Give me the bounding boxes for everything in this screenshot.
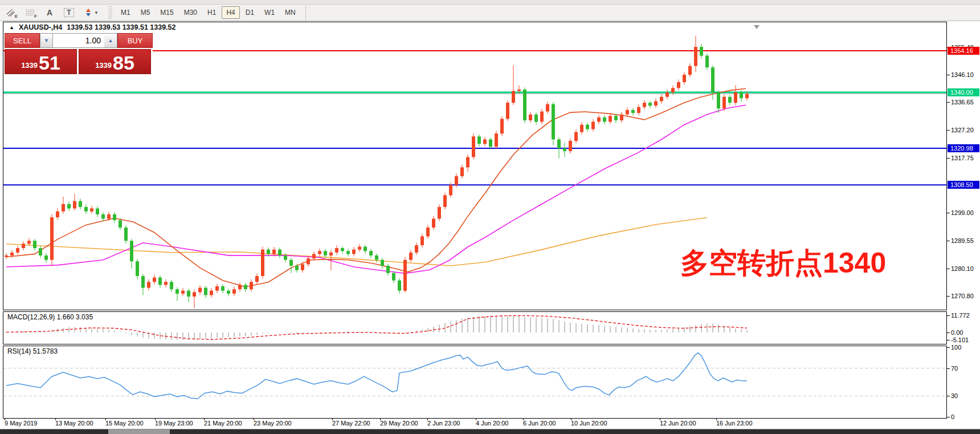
- price-tick: [947, 158, 950, 159]
- toolbar: E F A T ▼ M1M5M15M30H1H4D1W1MN: [0, 5, 980, 21]
- sell-button[interactable]: SELL: [5, 33, 40, 48]
- price-level-badge: 1320.98: [948, 144, 979, 152]
- ask-price-prefix: 1339: [95, 61, 112, 70]
- ask-price-big-digits: 85: [113, 53, 134, 72]
- fibonacci-icon[interactable]: F: [22, 6, 39, 19]
- price-level-badge: 1354.16: [948, 47, 979, 55]
- date-tick-label: 12 Jun 20:00: [660, 420, 696, 427]
- timeframe-m30-button[interactable]: M30: [179, 6, 202, 19]
- buy-button[interactable]: BUY: [117, 33, 153, 48]
- price-tick: [947, 75, 950, 75]
- timeframe-mn-button[interactable]: MN: [280, 6, 300, 19]
- timeframe-m15-button[interactable]: M15: [156, 6, 178, 19]
- toolbar-grip[interactable]: [108, 6, 112, 19]
- scrollbar-thumb[interactable]: [108, 429, 170, 434]
- fibo-lines-icon: [26, 7, 35, 18]
- price-tick-label: 1327.20: [951, 127, 974, 133]
- rsi-label: RSI(14) 51.5783: [7, 347, 58, 355]
- timeframe-w1-button[interactable]: W1: [260, 6, 279, 19]
- macd-tick-label: -5.101: [951, 336, 969, 343]
- macd-chart[interactable]: [3, 312, 946, 344]
- price-tick: [947, 213, 950, 213]
- equidistant-channel-icon[interactable]: E: [2, 6, 19, 19]
- date-tick-label: 9 May 2019: [5, 420, 37, 427]
- horizontal-scrollbar[interactable]: [0, 429, 980, 434]
- date-tick-label: 6 Jun 20:00: [523, 420, 556, 427]
- date-tick-label: 16 Jun 23:00: [716, 420, 753, 427]
- price-tick: [947, 340, 950, 340]
- date-tick-label: 13 May 20:00: [55, 420, 93, 427]
- rsi-tick-label: 30: [951, 392, 958, 399]
- price-level-badge: 1340.00: [948, 88, 979, 96]
- channel-lines-icon: [6, 7, 15, 18]
- date-tick-label: 2 Jun 23:00: [427, 420, 460, 427]
- price-tick-label: 1270.80: [951, 293, 974, 299]
- toolbar-separator: [305, 5, 306, 20]
- window-tab-strip: [0, 0, 980, 5]
- date-tick-label: 23 May 20:00: [254, 420, 292, 427]
- chart-title: ▲ XAUUSD-,H4 1339.53 1339.53 1339.51 133…: [7, 23, 178, 31]
- date-tick-label: 27 May 22:00: [332, 420, 370, 427]
- date-tick-label: 19 May 23:00: [155, 420, 193, 427]
- price-tick: [947, 396, 950, 396]
- rsi-tick-label: 0: [951, 413, 954, 420]
- price-tick: [947, 347, 950, 348]
- bid-price-big-digits: 51: [39, 53, 60, 72]
- macd-panel[interactable]: MACD(12,26,9) 1.660 3.035: [3, 311, 947, 344]
- bid-price-box[interactable]: 1339 51: [5, 49, 77, 74]
- chart-shift-marker-icon[interactable]: [754, 25, 760, 29]
- price-level-badge: 1308.50: [948, 181, 979, 189]
- price-tick: [947, 315, 950, 316]
- cycle-arrows-icon[interactable]: ▼: [80, 6, 103, 19]
- price-tick: [947, 130, 950, 131]
- timeframe-m5-button[interactable]: M5: [136, 6, 155, 19]
- one-click-trade-panel: SELL ▼ ▲ BUY 1339 51 1339 85: [5, 33, 153, 74]
- date-tick-label: 29 May 20:00: [380, 420, 418, 427]
- fibo-letter: F: [34, 14, 37, 19]
- macd-tick-label: 11.772: [951, 312, 970, 319]
- price-tick-label: 1346.10: [951, 71, 974, 78]
- text-box-icon[interactable]: T: [60, 6, 77, 19]
- price-tick: [947, 296, 950, 297]
- timeframe-d1-button[interactable]: D1: [241, 6, 259, 19]
- price-tick-label: 1317.75: [951, 155, 974, 161]
- rsi-panel[interactable]: RSI(14) 51.5783: [3, 346, 947, 419]
- macd-tick-label: 0.00: [951, 329, 963, 336]
- channel-letter: E: [15, 14, 18, 19]
- price-tick-label: 1289.55: [951, 237, 974, 244]
- timeframe-h4-button[interactable]: H4: [222, 6, 239, 19]
- price-tick: [947, 417, 950, 417]
- price-tick: [947, 269, 950, 269]
- up-down-arrows-icon: [84, 8, 93, 17]
- rsi-tick-label: 100: [951, 344, 961, 351]
- price-tick: [947, 368, 950, 369]
- timeframe-buttons: M1M5M15M30H1H4D1W1MN: [116, 6, 301, 19]
- volume-increase-button[interactable]: ▲: [104, 33, 117, 48]
- volume-input[interactable]: [53, 33, 104, 48]
- price-tick-label: 1336.65: [951, 99, 974, 106]
- price-tick: [947, 241, 950, 241]
- date-axis[interactable]: 9 May 201913 May 20:0015 May 20:0019 May…: [3, 419, 947, 428]
- bid-price-prefix: 1339: [21, 61, 38, 70]
- symbol-label: XAUUSD-,H4: [19, 23, 62, 31]
- timeframe-m1-button[interactable]: M1: [116, 6, 135, 19]
- ohlc-values: 1339.53 1339.53 1339.51 1339.52: [67, 23, 175, 31]
- price-tick: [947, 332, 950, 333]
- date-tick-label: 21 May 20:00: [204, 420, 242, 427]
- collapse-icon[interactable]: ▲: [9, 25, 14, 30]
- rsi-tick-label: 70: [951, 365, 958, 372]
- chart-annotation: 多空转折点1340: [680, 247, 886, 279]
- timeframe-h1-button[interactable]: H1: [203, 6, 220, 19]
- ask-price-box[interactable]: 1339 85: [79, 49, 151, 74]
- price-tick-label: 1280.10: [951, 265, 974, 272]
- macd-label: MACD(12,26,9) 1.660 3.035: [7, 313, 93, 321]
- text-box-glyph: T: [64, 8, 74, 17]
- date-tick-label: 4 Jun 20:00: [476, 420, 509, 427]
- dropdown-caret-icon: ▼: [94, 10, 99, 15]
- text-label-icon[interactable]: A: [41, 6, 58, 19]
- volume-decrease-button[interactable]: ▼: [40, 33, 53, 48]
- price-tick-label: 1299.00: [951, 209, 974, 216]
- rsi-chart[interactable]: [3, 346, 946, 418]
- mt4-window: E F A T ▼ M1M5M15M30H1H4D1W1MN 多空转折点1340…: [0, 0, 980, 434]
- price-axis[interactable]: 1355.401346.101336.651327.201317.751299.…: [947, 22, 980, 421]
